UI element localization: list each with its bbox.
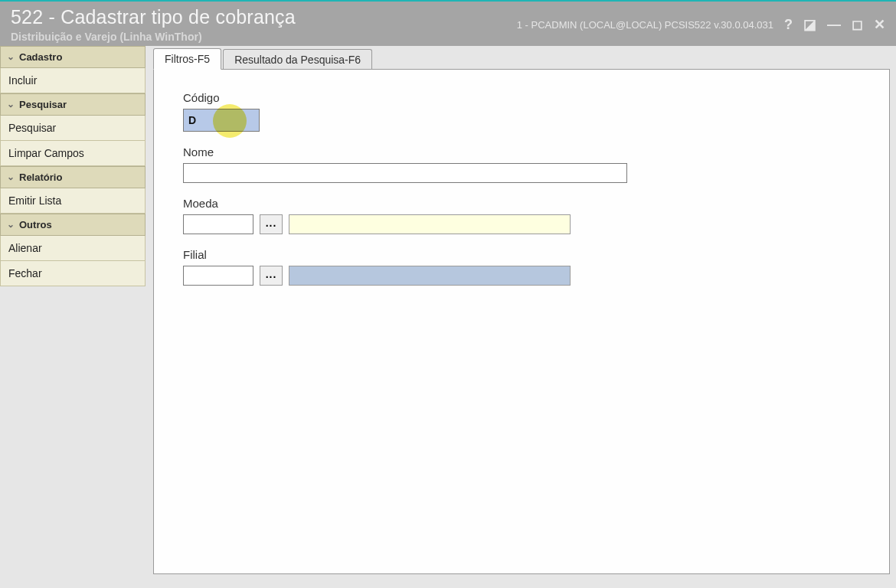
tab-panel-filtros: Código Nome Moeda ... <box>153 69 890 574</box>
filial-code-input[interactable] <box>183 266 253 286</box>
moeda-lookup-button[interactable]: ... <box>260 214 283 234</box>
filial-lookup-button[interactable]: ... <box>260 266 283 286</box>
filial-row: ... <box>183 266 860 286</box>
sidebar-header-outros[interactable]: ⌄ Outros <box>0 214 146 236</box>
field-group-moeda: Moeda ... <box>183 197 860 234</box>
sidebar-header-label: Outros <box>19 219 52 230</box>
codigo-label: Código <box>183 91 860 104</box>
window-controls: ? ◪ — ◻ ✕ <box>784 16 885 33</box>
codigo-input[interactable] <box>188 114 254 126</box>
nome-input[interactable] <box>183 163 627 183</box>
chevron-down-icon: ⌄ <box>7 172 15 182</box>
sidebar-item-limpar-campos[interactable]: Limpar Campos <box>0 141 146 166</box>
close-icon[interactable]: ✕ <box>874 16 885 33</box>
tab-filtros[interactable]: Filtros-F5 <box>153 48 221 70</box>
codigo-input-wrap <box>183 109 260 132</box>
nome-label: Nome <box>183 145 860 158</box>
sidebar-header-pesquisar[interactable]: ⌄ Pesquisar <box>0 93 146 116</box>
sidebar-item-emitir-lista[interactable]: Emitir Lista <box>0 188 146 214</box>
sidebar: ⌄ Cadastro Incluir ⌄ Pesquisar Pesquisar… <box>0 46 146 588</box>
field-group-codigo: Código <box>183 91 860 132</box>
sidebar-header-cadastro[interactable]: ⌄ Cadastro <box>0 46 146 68</box>
moeda-row: ... <box>183 214 860 234</box>
chevron-down-icon: ⌄ <box>7 99 15 109</box>
field-group-nome: Nome <box>183 145 860 183</box>
content-area: Filtros-F5 Resultado da Pesquisa-F6 Códi… <box>146 46 896 588</box>
titlebar-right: 1 - PCADMIN (LOCAL@LOCAL) PCSIS522 v.30.… <box>517 16 885 33</box>
sidebar-item-fechar[interactable]: Fechar <box>0 261 146 286</box>
chevron-down-icon: ⌄ <box>7 51 15 62</box>
window-title: 522 - Cadastrar tipo de cobrança <box>11 6 296 28</box>
body-area: ⌄ Cadastro Incluir ⌄ Pesquisar Pesquisar… <box>0 46 896 588</box>
app-window: 522 - Cadastrar tipo de cobrança Distrib… <box>0 0 896 588</box>
sidebar-header-label: Relatório <box>19 172 62 183</box>
sidebar-item-alienar[interactable]: Alienar <box>0 236 146 261</box>
titlebar: 522 - Cadastrar tipo de cobrança Distrib… <box>0 2 896 46</box>
chevron-down-icon: ⌄ <box>7 219 15 230</box>
moeda-code-input[interactable] <box>183 214 253 234</box>
tabs: Filtros-F5 Resultado da Pesquisa-F6 <box>153 47 890 69</box>
window-subtitle: Distribuição e Varejo (Linha WinThor) <box>11 31 296 43</box>
sidebar-item-incluir[interactable]: Incluir <box>0 68 146 93</box>
sidebar-header-relatorio[interactable]: ⌄ Relatório <box>0 166 146 188</box>
tab-resultado[interactable]: Resultado da Pesquisa-F6 <box>223 49 372 70</box>
moeda-label: Moeda <box>183 197 860 210</box>
field-group-filial: Filial ... <box>183 248 860 286</box>
maximize-icon[interactable]: ◻ <box>852 16 863 33</box>
edit-icon[interactable]: ◪ <box>803 16 816 33</box>
sidebar-header-label: Pesquisar <box>19 99 67 110</box>
minimize-icon[interactable]: — <box>827 17 841 33</box>
sidebar-item-pesquisar[interactable]: Pesquisar <box>0 116 146 141</box>
help-icon[interactable]: ? <box>784 17 793 33</box>
sidebar-header-label: Cadastro <box>19 51 62 63</box>
titlebar-left: 522 - Cadastrar tipo de cobrança Distrib… <box>11 6 296 43</box>
moeda-desc-field <box>289 214 571 234</box>
status-text: 1 - PCADMIN (LOCAL@LOCAL) PCSIS522 v.30.… <box>517 19 773 31</box>
filial-desc-field <box>289 266 571 286</box>
filial-label: Filial <box>183 248 860 261</box>
